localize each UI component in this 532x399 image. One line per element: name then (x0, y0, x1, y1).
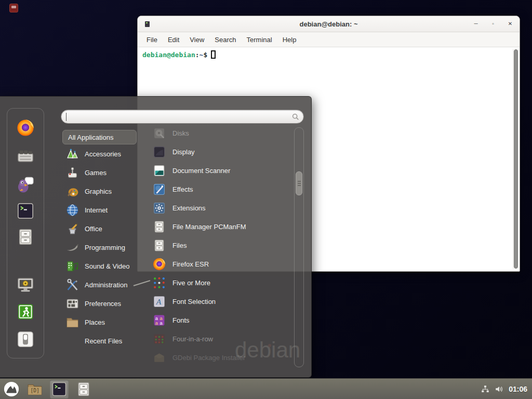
category-office[interactable]: Office (62, 219, 149, 238)
minimize-button[interactable]: ─ (473, 21, 479, 26)
terminal-title: debian@debian: ~ (300, 20, 358, 28)
search-input[interactable] (61, 110, 304, 124)
terminal-menu-help[interactable]: Help (277, 34, 302, 45)
app-files[interactable]: Files (150, 236, 292, 255)
category-label: Administration (85, 281, 127, 289)
app-fonts[interactable]: aaaaFonts (150, 311, 292, 329)
folder-d-icon: [D] (27, 381, 43, 397)
applications-scrollbar-thumb[interactable] (296, 171, 302, 195)
favorite-software-button[interactable] (17, 148, 34, 165)
clock[interactable]: 01:06 (509, 385, 527, 393)
app-display[interactable]: Display (150, 142, 292, 161)
favorite-logout-button[interactable] (17, 303, 34, 321)
file-cabinet-icon (153, 220, 166, 233)
terminal-scrollbar-thumb[interactable] (514, 49, 518, 269)
favorite-lock-screen-button[interactable] (17, 276, 34, 294)
category-label: Accessories (85, 150, 121, 158)
category-label: Graphics (85, 188, 112, 195)
firefox-icon (153, 258, 166, 271)
app-effects[interactable]: Effects (150, 180, 292, 198)
category-label: Sound & Video (85, 262, 130, 270)
app-label: Display (172, 148, 195, 156)
app-extensions[interactable]: Extensions (150, 198, 292, 217)
applications-scrollbar[interactable] (294, 127, 304, 367)
category-internet[interactable]: Internet (62, 201, 149, 219)
favorite-pidgin-button[interactable] (17, 176, 34, 193)
favorites-column (7, 108, 44, 358)
terminal-scrollbar[interactable] (513, 49, 518, 269)
desktop: debian debian@debian: ~ ─▫✕ FileEditView… (0, 0, 532, 399)
fonts-icon: aaaa (153, 314, 166, 327)
desktop-shortcut-icon[interactable] (9, 4, 18, 12)
category-label: Recent Files (85, 337, 122, 345)
app-file-manager-pcmanfm[interactable]: File Manager PCManFM (150, 217, 292, 236)
software-icon (17, 148, 34, 165)
folder-launcher[interactable]: [D] (26, 381, 43, 397)
app-disks[interactable]: Disks (150, 124, 292, 142)
internet-icon (66, 204, 79, 217)
favorite-firefox-button[interactable] (17, 119, 34, 137)
terminal-menu-edit[interactable]: Edit (163, 34, 184, 45)
category-games[interactable]: Games (62, 163, 149, 182)
app-four-in-a-row[interactable]: Four-in-a-row (150, 329, 292, 348)
category-sound-video[interactable]: Sound & Video (62, 257, 149, 275)
app-gdebi-package-installer[interactable]: GDebi Package Installer (150, 348, 292, 367)
terminal-menu-search[interactable]: Search (209, 34, 241, 45)
app-five-or-more[interactable]: Five or More (150, 273, 292, 292)
app-label: Four-in-a-row (172, 335, 213, 343)
four-in-a-row-icon (153, 332, 166, 345)
app-document-scanner[interactable]: Document Scanner (150, 161, 292, 180)
terminal-menu-file[interactable]: File (141, 34, 163, 45)
favorite-terminal-button[interactable] (17, 202, 34, 220)
category-label: Preferences (85, 300, 121, 308)
category-accessories[interactable]: Accessories (62, 144, 149, 163)
prompt-separator: : (195, 51, 200, 59)
terminal-menu-terminal[interactable]: Terminal (242, 34, 277, 45)
category-label: Programming (85, 244, 125, 251)
svg-text:[D]: [D] (30, 388, 39, 393)
app-label: Document Scanner (172, 167, 230, 175)
favorite-shutdown-button[interactable] (17, 330, 34, 348)
graphics-icon (66, 185, 79, 198)
taskbar: [D] 01:06 (0, 378, 532, 399)
category-preferences[interactable]: Preferences (62, 294, 149, 313)
category-places[interactable]: Places (62, 313, 149, 331)
category-graphics[interactable]: Graphics (62, 182, 149, 201)
lock-screen-icon (17, 276, 34, 294)
logout-icon (17, 303, 34, 321)
effects-icon (153, 183, 166, 196)
search-icon (291, 113, 300, 121)
category-programming[interactable]: Programming (62, 238, 149, 257)
menu-button[interactable] (3, 381, 20, 397)
games-icon (66, 166, 79, 179)
app-firefox-esr[interactable]: Firefox ESR (150, 255, 292, 273)
app-label: Font Selection (172, 298, 216, 305)
app-label: Firefox ESR (172, 260, 209, 268)
extensions-icon (153, 202, 166, 215)
app-font-selection[interactable]: AFont Selection (150, 292, 292, 311)
file-cabinet-icon (76, 381, 91, 397)
category-label: Places (85, 318, 105, 326)
category-all-applications[interactable]: All Applications (62, 130, 137, 144)
favorite-file-manager-button[interactable] (17, 228, 34, 246)
terminal-icon (17, 202, 34, 220)
svg-text:a: a (155, 321, 158, 326)
text-caret (66, 113, 66, 121)
volume-icon[interactable] (495, 384, 504, 394)
svg-text:A: A (156, 297, 162, 306)
shutdown-icon (17, 330, 34, 348)
files-launcher[interactable] (75, 381, 92, 397)
app-label: Fonts (172, 316, 190, 324)
terminal-menu-view[interactable]: View (184, 34, 209, 45)
network-icon[interactable] (481, 384, 490, 394)
terminal-launcher[interactable] (50, 380, 69, 398)
firefox-icon (17, 119, 34, 137)
terminal-titlebar[interactable]: debian@debian: ~ ─▫✕ (138, 16, 520, 32)
accessories-icon (66, 148, 79, 161)
close-button[interactable]: ✕ (507, 21, 513, 26)
terminal-menubar: FileEditViewSearchTerminalHelp (138, 32, 520, 47)
categories-column: AccessoriesGamesGraphicsInternetOfficePr… (62, 144, 149, 350)
office-icon (66, 222, 79, 235)
category-recent-files[interactable]: Recent Files (62, 331, 149, 350)
maximize-button[interactable]: ▫ (490, 21, 496, 26)
